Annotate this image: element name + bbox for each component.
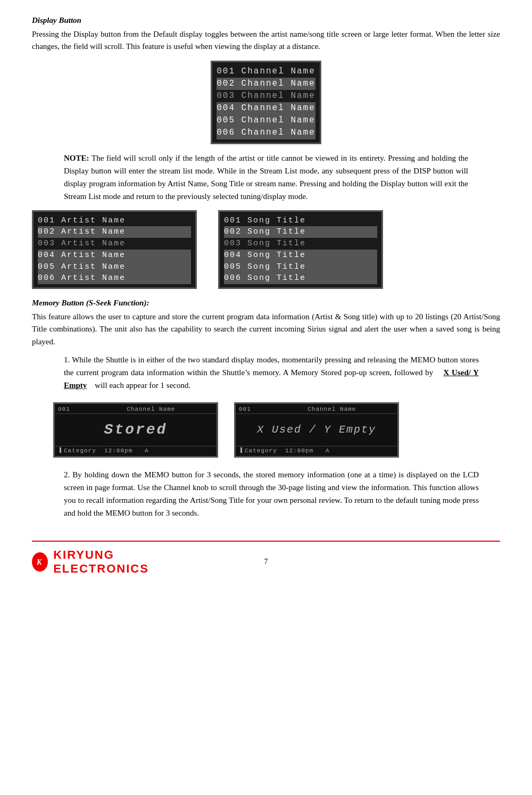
note-label: NOTE:: [64, 154, 89, 162]
artist-row-6: 006 Artist Name: [38, 272, 191, 284]
svg-text:K: K: [36, 558, 43, 566]
footer: K KIRYUNG ELECTRONICS 7: [32, 541, 500, 576]
lcd-stored-bottom: ▐ Category 12:00pm A: [55, 446, 217, 456]
lcd-row-6: 006 Channel Name: [217, 127, 315, 139]
memory-step2: 2. By holding down the MEMO button for 3…: [64, 468, 479, 519]
artist-row-4: 004 Artist Name: [38, 250, 191, 261]
song-row-2: 002 Song Title: [224, 226, 377, 238]
company-name: KIRYUNG ELECTRONICS: [53, 548, 188, 576]
lcd-used-display: 001 Channel Name X Used / Y Empty ▐ Cate…: [234, 402, 399, 458]
two-popup-lcd-block: 001 Channel Name Stored ▐ Category 12:00…: [53, 402, 500, 458]
lcd-stored-display: 001 Channel Name Stored ▐ Category 12:00…: [53, 402, 218, 458]
song-row-6: 006 Song Title: [224, 272, 377, 284]
lcd-stored-text: Stored: [104, 421, 168, 438]
page-number: 7: [188, 558, 344, 566]
lcd-stored-bottom-text: Category 12:00pm A: [64, 448, 149, 454]
step1-text: 1. While the Shuttle is in either of the…: [64, 355, 479, 377]
lcd-used-text: X Used / Y Empty: [257, 424, 376, 436]
lcd-used-top: 001 Channel Name: [236, 404, 397, 414]
signal-bars-icon: ▐: [58, 448, 62, 453]
lcd-row-4: 004 Channel Name: [217, 102, 315, 114]
lcd-artist-display: 001 Artist Name 002 Artist Name 003 Arti…: [32, 210, 197, 289]
lcd-channel-image-block: 001 Channel Name 002 Channel Name 003 Ch…: [32, 61, 500, 144]
artist-row-5: 005 Artist Name: [38, 261, 191, 273]
memory-button-section: Memory Button (S-Seek Function): This fe…: [32, 299, 500, 519]
memory-step1: 1. While the Shuttle is in either of the…: [64, 353, 479, 392]
lcd-used-bottom-text: Category 12:00pm A: [245, 448, 330, 454]
song-row-5: 005 Song Title: [224, 261, 377, 273]
two-lcd-block: 001 Artist Name 002 Artist Name 003 Arti…: [32, 210, 500, 289]
logo-circle: K: [32, 552, 48, 572]
lcd-row-3: 003 Channel Name: [217, 90, 315, 102]
note-block: NOTE: The field will scroll only if the …: [64, 152, 468, 203]
memory-button-title: Memory Button (S-Seek Function):: [32, 299, 500, 308]
lcd-used-bottom: ▐ Category 12:00pm A: [236, 446, 397, 456]
lcd-song-display: 001 Song Title 002 Song Title 003 Song T…: [218, 210, 383, 289]
display-button-section: Display Button Pressing the Display butt…: [32, 16, 500, 289]
step1-end: will each appear for 1 second.: [95, 381, 190, 390]
song-row-1: 001 Song Title: [224, 215, 377, 227]
artist-row-2: 002 Artist Name: [38, 226, 191, 238]
artist-row-3: 003 Artist Name: [38, 238, 191, 250]
display-button-title: Display Button: [32, 16, 500, 25]
song-row-3: 003 Song Title: [224, 238, 377, 250]
lcd-row-5: 005 Channel Name: [217, 114, 315, 127]
song-row-4: 004 Song Title: [224, 250, 377, 261]
artist-row-1: 001 Artist Name: [38, 215, 191, 227]
logo-icon: K: [34, 556, 46, 568]
lcd-row-1: 001 Channel Name: [217, 65, 315, 78]
lcd-stored-middle-area: Stored: [55, 414, 217, 446]
lcd-row-2: 002 Channel Name: [217, 78, 315, 90]
lcd-channel-display: 001 Channel Name 002 Channel Name 003 Ch…: [211, 61, 321, 144]
display-button-paragraph1: Pressing the Display button from the Def…: [32, 28, 500, 53]
lcd-used-middle-area: X Used / Y Empty: [236, 414, 397, 446]
lcd-stored-top: 001 Channel Name: [55, 404, 217, 414]
note-text: The field will scroll only if the length…: [64, 154, 468, 201]
signal-bars-icon-2: ▐: [239, 448, 243, 453]
footer-logo-area: K KIRYUNG ELECTRONICS: [32, 548, 188, 576]
page-wrapper: Display Button Pressing the Display butt…: [32, 16, 500, 795]
memory-button-paragraph1: This feature allows the user to capture …: [32, 311, 500, 348]
